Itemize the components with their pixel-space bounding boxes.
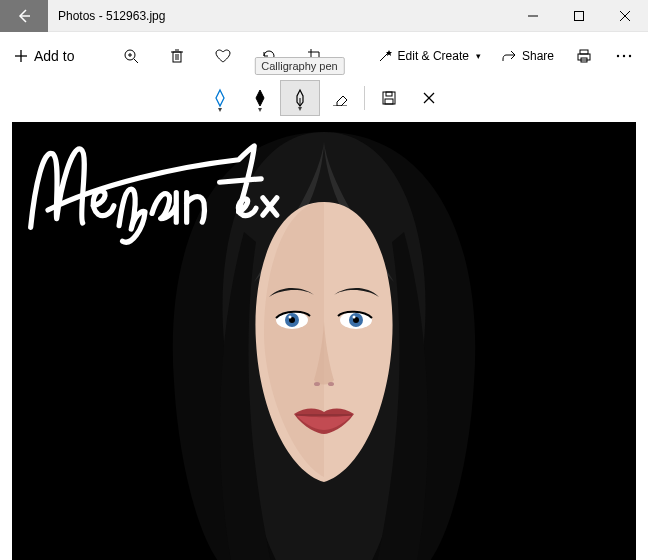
divider — [364, 86, 365, 110]
chevron-down-icon: ▾ — [258, 105, 262, 114]
share-icon — [501, 48, 517, 64]
titlebar: Photos - 512963.jpg — [0, 0, 648, 32]
chevron-down-icon: ▾ — [476, 51, 481, 61]
maximize-icon — [574, 11, 584, 21]
zoom-button[interactable] — [115, 40, 147, 72]
zoom-icon — [123, 48, 139, 64]
delete-button[interactable] — [161, 40, 193, 72]
svg-line-8 — [134, 59, 138, 63]
close-button[interactable] — [602, 0, 648, 32]
ballpoint-pen-tool[interactable]: ▾ — [200, 80, 240, 116]
svg-point-24 — [617, 55, 619, 57]
eraser-tool[interactable] — [320, 80, 360, 116]
trash-icon — [169, 48, 185, 64]
svg-point-40 — [289, 316, 292, 319]
minimize-button[interactable] — [510, 0, 556, 32]
add-to-button[interactable]: Add to — [14, 48, 74, 64]
heart-icon — [214, 48, 232, 64]
ink-signature — [22, 132, 282, 253]
close-icon — [620, 11, 630, 21]
svg-point-26 — [629, 55, 631, 57]
print-icon — [576, 48, 592, 64]
plus-icon — [14, 49, 28, 63]
eraser-icon — [331, 90, 349, 106]
photo-canvas[interactable] — [12, 122, 636, 560]
save-drawing-button[interactable] — [369, 80, 409, 116]
svg-point-43 — [328, 382, 334, 386]
window-title: Photos - 512963.jpg — [48, 9, 510, 23]
svg-point-25 — [623, 55, 625, 57]
close-icon — [423, 92, 435, 104]
favorite-button[interactable] — [207, 40, 239, 72]
svg-rect-30 — [386, 92, 392, 96]
add-to-label: Add to — [34, 48, 74, 64]
maximize-button[interactable] — [556, 0, 602, 32]
arrow-left-icon — [16, 8, 32, 24]
svg-rect-22 — [578, 54, 590, 60]
share-button[interactable]: Share — [495, 40, 560, 72]
calligraphy-pen-tool[interactable]: Calligraphy pen ▾ — [280, 80, 320, 116]
svg-rect-31 — [385, 99, 393, 104]
window-controls — [510, 0, 648, 32]
close-drawing-button[interactable] — [409, 80, 449, 116]
save-icon — [381, 90, 397, 106]
edit-create-button[interactable]: Edit & Create ▾ — [371, 40, 487, 72]
tooltip: Calligraphy pen — [254, 57, 344, 75]
pencil-tool[interactable]: ▾ — [240, 80, 280, 116]
chevron-down-icon: ▾ — [298, 104, 302, 113]
svg-point-42 — [314, 382, 320, 386]
share-label: Share — [522, 49, 554, 63]
chevron-down-icon: ▾ — [218, 105, 222, 114]
ellipsis-icon — [616, 53, 632, 59]
svg-rect-11 — [173, 52, 181, 62]
magic-icon — [377, 48, 393, 64]
svg-rect-2 — [575, 11, 584, 20]
svg-rect-21 — [580, 50, 588, 54]
back-button[interactable] — [0, 0, 48, 32]
more-button[interactable] — [608, 40, 640, 72]
minimize-icon — [528, 11, 538, 21]
svg-line-20 — [380, 53, 388, 61]
print-button[interactable] — [568, 40, 600, 72]
edit-create-label: Edit & Create — [398, 49, 469, 63]
drawing-toolbar: ▾ ▾ Calligraphy pen ▾ — [0, 80, 648, 116]
svg-point-41 — [353, 316, 356, 319]
